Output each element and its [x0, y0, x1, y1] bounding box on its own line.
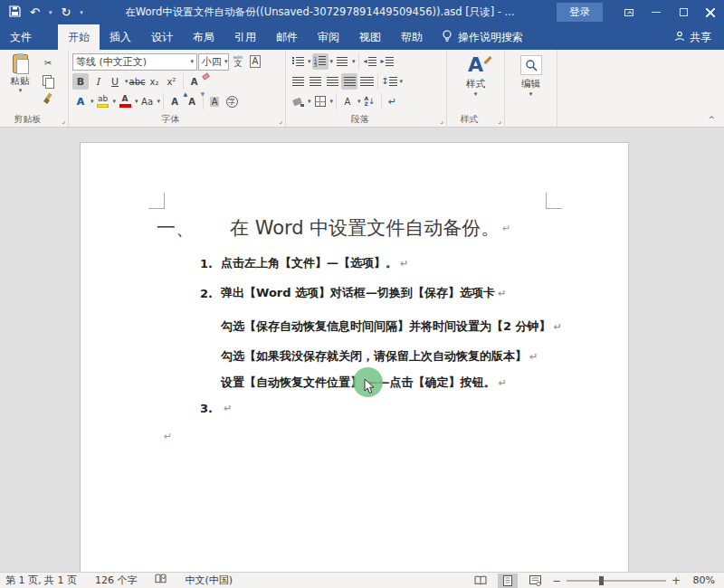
borders-dropdown-icon[interactable]: ▾: [330, 99, 334, 105]
zoom-out-button[interactable]: −: [552, 574, 561, 587]
sign-in-button[interactable]: 登录: [557, 3, 603, 22]
paste-button[interactable]: 粘贴 ▾: [4, 52, 36, 107]
text-effects-dropdown-icon[interactable]: ▾: [90, 99, 94, 105]
tab-help[interactable]: 帮助: [391, 24, 433, 50]
document-page[interactable]: 一、 在 Word 中设置文件自动备份。 ↵ 1. 点击左上角【文件】—【选项】…: [80, 142, 629, 572]
grow-font-button[interactable]: A▲: [167, 93, 183, 109]
tab-file[interactable]: 文件: [0, 24, 42, 50]
ribbon: 粘贴 ▾ ✂ 剪贴板 ⌟ 等线 (中文正文) ▾ 小四 ▾: [0, 50, 724, 128]
font-dialog-launcher[interactable]: ⌟: [279, 118, 282, 125]
web-layout-button[interactable]: [525, 574, 545, 588]
show-hide-marks-button[interactable]: ↵: [385, 93, 401, 109]
tab-design[interactable]: 设计: [141, 24, 183, 50]
font-size-select[interactable]: 小四 ▾: [198, 53, 229, 71]
change-case-button[interactable]: Aa: [139, 93, 156, 109]
tab-view[interactable]: 视图: [349, 24, 391, 50]
format-painter-button[interactable]: [40, 90, 56, 107]
tell-me-search[interactable]: 操作说明搜索: [442, 24, 523, 50]
align-right-button[interactable]: [324, 73, 340, 90]
zoom-slider[interactable]: [567, 580, 666, 582]
mouse-cursor-icon: [364, 378, 376, 397]
language-indicator[interactable]: 中文(中国): [185, 574, 233, 587]
highlight-dropdown-icon[interactable]: ▾: [113, 99, 117, 105]
tab-insert[interactable]: 插入: [100, 24, 141, 50]
strikethrough-button[interactable]: abc: [129, 73, 146, 90]
numbering-button[interactable]: 1 2 3: [312, 53, 329, 70]
distribute-button[interactable]: [358, 73, 375, 90]
phonetic-guide-button[interactable]: wén 文: [230, 53, 246, 70]
clear-formatting-button[interactable]: A: [186, 73, 203, 90]
zoom-slider-thumb[interactable]: [599, 576, 604, 585]
bullets-button[interactable]: [290, 53, 306, 70]
editing-button[interactable]: 编辑 ▾: [509, 52, 553, 98]
zoom-in-button[interactable]: +: [672, 574, 681, 587]
line-spacing-button[interactable]: ↕: [381, 73, 397, 90]
styles-button[interactable]: A 样式 ▾: [451, 52, 500, 98]
character-border-button[interactable]: A: [247, 53, 263, 70]
save-icon[interactable]: [9, 4, 21, 21]
tab-mailings[interactable]: 邮件: [266, 24, 308, 50]
tab-references[interactable]: 引用: [224, 24, 266, 50]
clipboard-dialog-launcher[interactable]: ⌟: [62, 118, 65, 125]
editing-dropdown-icon[interactable]: ▾: [529, 91, 533, 98]
zoom-level[interactable]: 80%: [688, 574, 715, 586]
paste-dropdown-icon[interactable]: ▾: [19, 88, 23, 94]
increase-indent-button[interactable]: ▸: [379, 53, 395, 70]
ribbon-display-options-button[interactable]: [615, 0, 643, 24]
line-spacing-dropdown-icon[interactable]: ▾: [399, 79, 403, 85]
align-center-button[interactable]: [307, 73, 323, 90]
enclose-characters-button[interactable]: 字: [224, 93, 240, 109]
close-button[interactable]: [697, 0, 724, 24]
underline-button[interactable]: U: [107, 73, 123, 90]
paint-bucket-icon: [292, 97, 304, 107]
shrink-font-button[interactable]: A▼: [184, 93, 200, 109]
print-layout-button[interactable]: [498, 574, 518, 588]
align-left-button[interactable]: [290, 73, 306, 90]
underline-dropdown-icon[interactable]: ▾: [125, 79, 129, 85]
paragraph-dialog-launcher[interactable]: ⌟: [440, 118, 443, 125]
character-shading-button[interactable]: A: [206, 93, 223, 109]
text-effects-button[interactable]: A: [72, 93, 89, 109]
font-name-select[interactable]: 等线 (中文正文) ▾: [72, 53, 197, 71]
undo-icon[interactable]: ↶: [30, 6, 40, 18]
asian-layout-dropdown-icon[interactable]: ▾: [357, 99, 361, 105]
page-count[interactable]: 第 1 页, 共 1 页: [5, 574, 77, 587]
superscript-button[interactable]: x²: [164, 73, 180, 90]
share-button[interactable]: 共享: [674, 24, 724, 50]
tab-layout[interactable]: 布局: [183, 24, 224, 50]
highlight-color-button[interactable]: ab: [95, 93, 111, 109]
word-count[interactable]: 126 个字: [95, 574, 138, 587]
italic-button[interactable]: I: [90, 73, 106, 90]
maximize-button[interactable]: [670, 0, 697, 24]
multilevel-list-button[interactable]: [334, 53, 350, 70]
bullets-dropdown-icon[interactable]: ▾: [308, 59, 311, 65]
tab-review[interactable]: 审阅: [308, 24, 349, 50]
collapse-ribbon-icon[interactable]: ^: [708, 115, 715, 124]
numbering-dropdown-icon[interactable]: ▾: [330, 59, 334, 65]
styles-dialog-launcher[interactable]: ⌟: [498, 118, 501, 125]
styles-dropdown-icon[interactable]: ▾: [474, 91, 478, 98]
bold-button[interactable]: B: [72, 73, 89, 90]
change-case-dropdown-icon[interactable]: ▾: [157, 99, 161, 105]
list-item: 1. 点击左上角【文件】—【选项】。 ↵: [200, 255, 408, 271]
read-mode-button[interactable]: [471, 574, 491, 588]
minimize-button[interactable]: [643, 0, 670, 24]
justify-button[interactable]: [341, 73, 357, 90]
shading-button[interactable]: [290, 93, 306, 109]
sort-button[interactable]: AZ↓: [362, 93, 378, 109]
font-color-dropdown-icon[interactable]: ▾: [135, 99, 138, 105]
decrease-indent-button[interactable]: ◂: [362, 53, 378, 70]
copy-button[interactable]: [40, 72, 56, 89]
proofing-icon[interactable]: [155, 574, 167, 587]
tab-home[interactable]: 开始: [58, 24, 100, 50]
subscript-button[interactable]: x₂: [147, 73, 163, 90]
undo-dropdown-icon[interactable]: ▾: [49, 9, 52, 16]
shading-dropdown-icon[interactable]: ▾: [308, 99, 311, 105]
font-color-button[interactable]: A: [117, 93, 133, 109]
align-right-icon: [327, 77, 338, 86]
multilevel-dropdown-icon[interactable]: ▾: [352, 59, 356, 65]
redo-icon[interactable]: ↻: [61, 6, 71, 18]
borders-button[interactable]: [312, 93, 329, 109]
cut-icon[interactable]: ✂: [40, 54, 56, 71]
asian-layout-button[interactable]: A: [339, 93, 356, 109]
